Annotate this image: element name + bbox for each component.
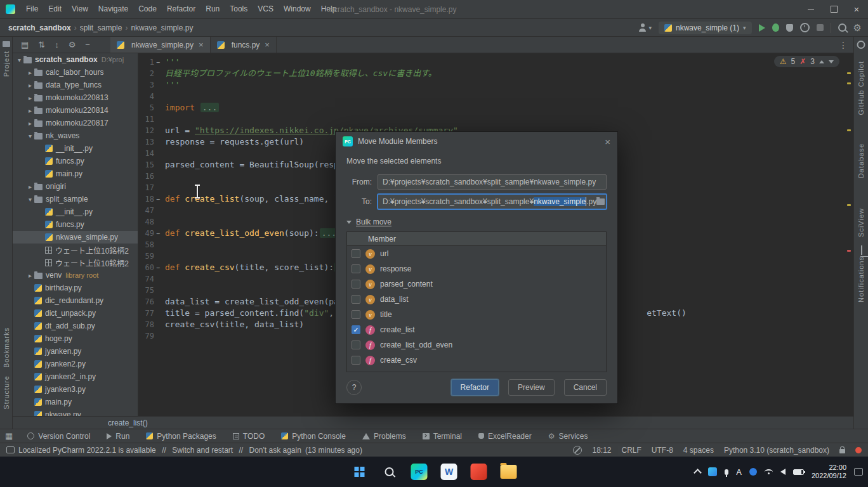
tree-item-mokumoku220814[interactable]: ▸mokumoku220814 bbox=[13, 104, 138, 117]
expand-toggle-icon[interactable]: ▸ bbox=[26, 120, 34, 127]
tree-item-jyanken3.py[interactable]: jyanken3.py bbox=[13, 383, 138, 396]
microphone-icon[interactable] bbox=[725, 469, 728, 475]
toolwindow-stripe-sciview[interactable]: SciView bbox=[854, 208, 868, 237]
cancel-button[interactable]: Cancel bbox=[564, 379, 607, 396]
member-checkbox[interactable]: ✓ bbox=[352, 325, 360, 334]
menu-vcs[interactable]: VCS bbox=[253, 0, 279, 18]
toolwindow-stripe-notifications[interactable]: Notifications bbox=[854, 256, 868, 302]
member-checkbox[interactable] bbox=[352, 341, 360, 349]
toolwindow-switcher-icon[interactable]: ▦ bbox=[5, 431, 13, 441]
menu-code[interactable]: Code bbox=[133, 0, 162, 18]
tree-item-nkwave.py[interactable]: nkwave.py bbox=[13, 408, 138, 416]
tree-item-dict_unpack.py[interactable]: dict_unpack.py bbox=[13, 307, 138, 320]
toolwindow-stripe-copilot[interactable]: GitHub Copilot bbox=[854, 61, 868, 115]
taskbar-clock[interactable]: 22:00 2022/09/12 bbox=[812, 464, 846, 480]
member-checkbox[interactable] bbox=[352, 295, 360, 304]
run-button[interactable] bbox=[759, 24, 765, 32]
next-problem-icon[interactable] bbox=[829, 60, 834, 63]
expand-toggle-icon[interactable]: ▸ bbox=[26, 183, 34, 190]
tree-item-data_type_funcs[interactable]: ▸data_type_funcs bbox=[13, 79, 138, 91]
expand-toggle-icon[interactable]: ▸ bbox=[26, 94, 34, 101]
toolwindow-python-console[interactable]: Python Console bbox=[273, 432, 354, 441]
tree-item-nk_waves[interactable]: ▾nk_waves bbox=[13, 129, 138, 142]
member-checkbox[interactable] bbox=[352, 356, 360, 365]
toolwindow-services[interactable]: Services bbox=[540, 432, 596, 441]
expand-toggle-icon[interactable]: ▾ bbox=[26, 133, 34, 140]
coverage-button[interactable] bbox=[786, 24, 793, 32]
bell-icon[interactable] bbox=[861, 245, 862, 255]
indent-indicator[interactable]: 4 spaces bbox=[683, 446, 714, 455]
fold-marker-icon[interactable]: − bbox=[154, 230, 162, 237]
toolwindow-problems[interactable]: Problems bbox=[354, 432, 414, 441]
encoding-indicator[interactable]: UTF-8 bbox=[652, 446, 673, 455]
member-row-parsed_content[interactable]: vparsed_content bbox=[347, 276, 606, 292]
menu-tools[interactable]: Tools bbox=[225, 0, 253, 18]
inspections-widget[interactable]: ⚠ 5 ✗ 3 bbox=[774, 56, 839, 67]
tree-item-main.py[interactable]: main.py bbox=[13, 396, 138, 408]
ime-indicator[interactable]: A bbox=[736, 467, 742, 477]
tree-item-mokumoku220817[interactable]: ▸mokumoku220817 bbox=[13, 117, 138, 129]
tree-item-funcs.py[interactable]: funcs.py bbox=[13, 218, 138, 231]
taskbar-explorer-button[interactable] bbox=[500, 463, 518, 481]
dialog-close-icon[interactable]: × bbox=[605, 136, 610, 147]
expand-toggle-icon[interactable]: ▾ bbox=[15, 56, 23, 63]
expand-toggle-icon[interactable]: ▸ bbox=[26, 69, 34, 76]
tree-item-jyanken2.py[interactable]: jyanken2.py bbox=[13, 358, 138, 370]
member-row-create_list_odd_even[interactable]: fcreate_list_odd_even bbox=[347, 337, 606, 353]
toolwindow-version-control[interactable]: Version Control bbox=[19, 432, 98, 441]
event-log-icon[interactable] bbox=[6, 446, 15, 453]
toolwindow-stripe-bookmarks[interactable]: Bookmarks bbox=[0, 327, 12, 368]
fold-marker-icon[interactable]: − bbox=[154, 264, 162, 271]
help-button[interactable]: ? bbox=[346, 380, 362, 395]
tree-item-nkwave_simple.py[interactable]: nkwave_simple.py bbox=[13, 231, 138, 244]
member-checkbox[interactable] bbox=[352, 264, 360, 273]
notification-dot-icon[interactable] bbox=[855, 447, 862, 453]
battery-icon[interactable] bbox=[793, 469, 804, 475]
member-checkbox[interactable] bbox=[352, 249, 360, 258]
tab-close-icon[interactable]: × bbox=[199, 40, 204, 49]
tree-item-dt_add_sub.py[interactable]: dt_add_sub.py bbox=[13, 320, 138, 332]
expand-toggle-icon[interactable]: ▾ bbox=[26, 196, 34, 203]
tray-expand-chevron-icon[interactable] bbox=[694, 469, 702, 477]
tree-item-ウェート上位10銘柄2[interactable]: ウェート上位10銘柄2 bbox=[13, 256, 138, 269]
tree-item-jyanken2_in.py[interactable]: jyanken2_in.py bbox=[13, 370, 138, 383]
expand-toggle-icon[interactable]: ▸ bbox=[26, 272, 34, 279]
breadcrumb-item[interactable]: split_sample bbox=[78, 23, 124, 32]
wifi-icon[interactable] bbox=[765, 469, 773, 475]
fold-marker-icon[interactable]: − bbox=[154, 196, 162, 203]
taskbar-red-app-button[interactable] bbox=[470, 463, 488, 481]
error-stripe-scrollbar[interactable] bbox=[846, 53, 852, 416]
current-scope-breadcrumb[interactable]: create_list() bbox=[108, 419, 148, 427]
member-checkbox[interactable] bbox=[352, 280, 360, 289]
taskbar-search-button[interactable] bbox=[381, 463, 398, 481]
stop-button[interactable] bbox=[817, 24, 824, 31]
collapse-all-icon[interactable]: ↕ bbox=[55, 41, 59, 49]
toolwindow-excelreader[interactable]: ExcelReader bbox=[470, 432, 540, 441]
toolwindow-todo[interactable]: TODO bbox=[225, 432, 273, 441]
hide-panel-icon[interactable]: − bbox=[85, 41, 90, 49]
tree-item-ウェート上位10銘柄2[interactable]: ウェート上位10銘柄2 bbox=[13, 244, 138, 256]
menu-refactor[interactable]: Refactor bbox=[162, 0, 201, 18]
expand-toggle-icon[interactable]: ▸ bbox=[26, 82, 34, 89]
project-stripe-icon[interactable] bbox=[3, 41, 10, 47]
tree-item-scratch_sandbox[interactable]: ▾scratch_sandboxD:¥proj bbox=[13, 53, 138, 66]
lock-icon[interactable] bbox=[839, 449, 845, 453]
debug-button[interactable] bbox=[772, 23, 779, 32]
menu-navigate[interactable]: Navigate bbox=[93, 0, 133, 18]
settings-gear-icon[interactable] bbox=[853, 22, 862, 34]
tree-item-birthday.py[interactable]: birthday.py bbox=[13, 282, 138, 294]
run-configuration-select[interactable]: nkwave_simple (1) ▾ bbox=[659, 22, 752, 34]
member-row-title[interactable]: vtitle bbox=[347, 307, 606, 322]
fold-marker-icon[interactable]: − bbox=[154, 59, 162, 66]
tab-nkwave_simple.py[interactable]: nkwave_simple.py× bbox=[110, 37, 211, 53]
tree-item-__init__.py[interactable]: __init__.py bbox=[13, 205, 138, 218]
browse-folder-icon[interactable] bbox=[596, 198, 605, 205]
toolwindow-stripe-structure[interactable]: Structure bbox=[0, 375, 12, 410]
to-path-input[interactable]: D:¥projects¥scratch_sandbox¥split_sample… bbox=[378, 194, 607, 209]
tree-item-split_sample[interactable]: ▾split_sample bbox=[13, 193, 138, 205]
expand-toggle-icon[interactable]: ▸ bbox=[26, 107, 34, 114]
profiler-button[interactable] bbox=[800, 23, 810, 32]
tree-item-onigiri[interactable]: ▸onigiri bbox=[13, 180, 138, 193]
panel-settings-gear-icon[interactable]: ⚙ bbox=[69, 41, 76, 49]
previous-problem-icon[interactable] bbox=[819, 60, 824, 63]
